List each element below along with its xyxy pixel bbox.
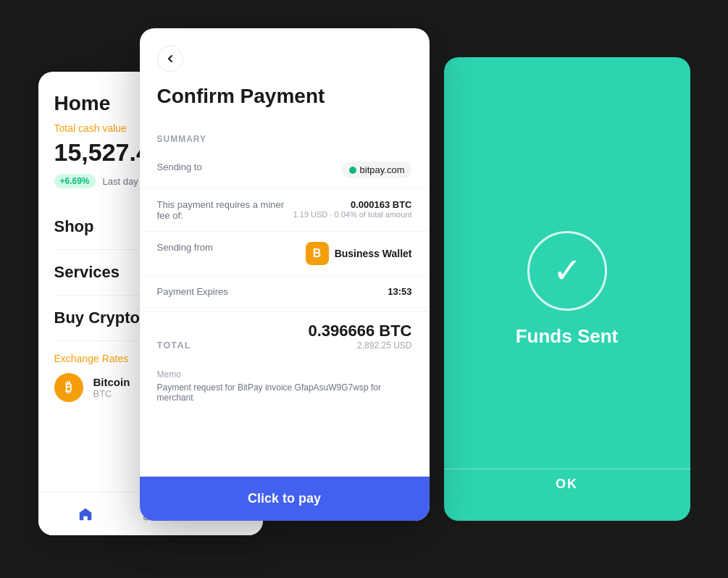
- payment-expires-value: 13:53: [388, 286, 411, 297]
- miner-fee-row: This payment requires a miner fee of: 0.…: [140, 189, 430, 232]
- total-row: TOTAL 0.396666 BTC 2,892.25 USD: [140, 311, 430, 361]
- btc-info: Bitcoin BTC: [93, 376, 130, 399]
- bitcoin-icon: ₿: [54, 373, 83, 402]
- check-circle: ✓: [527, 231, 607, 311]
- memo-text: Payment request for BitPay invoice GfapA…: [157, 382, 412, 403]
- check-icon: ✓: [553, 254, 582, 288]
- secure-indicator: [349, 167, 356, 174]
- sending-to-value: bitpay.com: [360, 164, 405, 175]
- sending-to-label: Sending to: [157, 162, 342, 172]
- sending-to-badge: bitpay.com: [342, 162, 412, 178]
- total-usd: 2,892.25 USD: [308, 340, 411, 351]
- funds-sent-label: Funds Sent: [516, 325, 619, 348]
- page-title: Confirm Payment: [157, 85, 412, 108]
- wallet-name: Business Wallet: [335, 248, 412, 259]
- wallet-badge: B Business Wallet: [306, 242, 412, 265]
- btc-name: Bitcoin: [93, 376, 130, 388]
- ok-button[interactable]: OK: [444, 469, 690, 499]
- tab-home[interactable]: [75, 504, 96, 524]
- payment-expires-label: Payment Expires: [157, 286, 388, 297]
- memo-label: Memo: [157, 369, 412, 380]
- miner-fee-usd: 1.19 USD · 0.04% of total amount: [293, 210, 412, 219]
- memo-section: Memo Payment request for BitPay invoice …: [140, 361, 430, 411]
- wallet-icon: B: [306, 242, 329, 265]
- miner-fee-label: This payment requires a miner fee of:: [157, 199, 293, 221]
- change-badge: +6.69%: [54, 174, 96, 188]
- total-btc: 0.396666 BTC: [308, 322, 411, 340]
- summary-label: SUMMARY: [157, 134, 412, 144]
- confirm-payment-card: Confirm Payment SUMMARY Sending to bitpa…: [140, 28, 430, 521]
- last-day-label: Last day: [103, 176, 138, 187]
- miner-fee-value: 0.000163 BTC 1.19 USD · 0.04% of total a…: [293, 199, 412, 219]
- sending-to-row: Sending to bitpay.com: [140, 151, 430, 189]
- total-value: 0.396666 BTC 2,892.25 USD: [308, 322, 411, 351]
- sending-from-row: Sending from B Business Wallet: [140, 232, 430, 276]
- back-button[interactable]: [157, 46, 183, 72]
- sending-from-label: Sending from: [157, 242, 306, 253]
- click-to-pay-button[interactable]: Click to pay: [140, 477, 430, 521]
- miner-fee-btc: 0.000163 BTC: [351, 199, 412, 210]
- btc-ticker: BTC: [93, 388, 130, 399]
- funds-sent-card: ✓ Funds Sent OK: [444, 57, 690, 521]
- payment-expires-row: Payment Expires 13:53: [140, 276, 430, 308]
- total-label: TOTAL: [157, 340, 191, 351]
- ok-button-area: OK: [444, 469, 690, 499]
- card-header: Confirm Payment: [140, 28, 430, 122]
- scene: ✓ Funds Sent OK Home Total cash value 15…: [38, 28, 690, 550]
